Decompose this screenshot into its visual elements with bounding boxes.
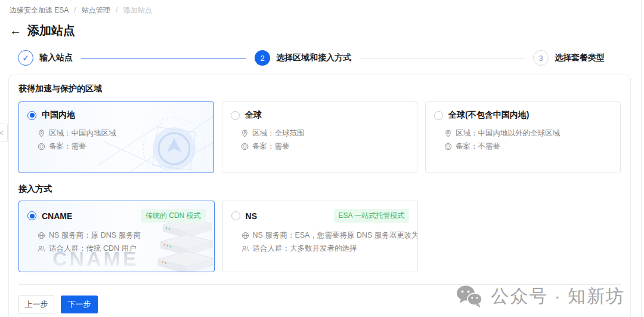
region-option-details: 区域：全球范围 备案：需要 [241, 127, 408, 153]
people-icon [242, 245, 249, 253]
region-option-title: 全球 [245, 110, 262, 121]
access-option-details: NS 服务商：原 DNS 服务商 适合人群：传统 CDN 用户 [38, 229, 206, 255]
ns-provider-detail: NS 服务商：ESA，您需要将原 DNS 服务器更改为 ESA [242, 229, 410, 242]
access-option-head: NS ESA 一站式托管模式 [231, 209, 410, 223]
region-detail: 区域：中国内地以外的全球区域 [444, 127, 612, 140]
location-pin-icon [444, 130, 452, 137]
step-2-label: 选择区域和接入方式 [276, 53, 351, 63]
step-2-select-region: 2 选择区域和接入方式 [255, 50, 351, 66]
access-option-title: CNAME [42, 211, 72, 221]
step-3-label: 选择套餐类型 [555, 53, 605, 63]
region-card-global[interactable]: 全球 区域：全球范围 备案：需要 [222, 101, 417, 173]
page-title: 添加站点 [27, 23, 75, 39]
region-section: 获得加速与保护的区域 [18, 84, 621, 173]
breadcrumb-item-add-site: 添加站点 [123, 6, 152, 14]
audience-detail: 适合人群：大多数开发者的选择 [242, 242, 410, 255]
region-option-details: 区域：中国内地以外的全球区域 备案：不需要 [444, 127, 612, 153]
step-1-check-icon: ✓ [18, 50, 33, 66]
step-3-select-plan: 3 选择套餐类型 [533, 50, 605, 66]
wechat-watermark: 公众号 · 知新坊 [455, 284, 625, 309]
access-option-title: NS [246, 211, 257, 221]
previous-step-button[interactable]: 上一步 [18, 296, 54, 313]
region-option-title: 全球(不包含中国内地) [448, 110, 529, 121]
add-site-page: 边缘安全加速 ESA / 站点管理 / 添加站点 ← 添加站点 ✓ 输入站点 2… [0, 0, 644, 317]
wechat-icon [455, 285, 484, 309]
region-card-china-mainland[interactable]: 中国内地 区域：中国内地区域 备案：需要 [18, 101, 214, 173]
access-card-row: CNAME [18, 201, 621, 272]
access-option-details: NS 服务商：ESA，您需要将原 DNS 服务器更改为 ESA 适合人群：大多数… [242, 229, 410, 255]
next-step-button[interactable]: 下一步 [61, 296, 98, 313]
access-section: 接入方式 CNAME [18, 184, 621, 272]
beian-detail: 备案：需要 [241, 140, 408, 153]
network-globe-icon [38, 232, 45, 239]
step-1-label: 输入站点 [39, 53, 73, 63]
back-arrow-icon[interactable]: ← [10, 24, 21, 36]
watermark-text: 公众号 · 知新坊 [491, 284, 625, 309]
region-option-head: 中国内地 [27, 110, 205, 121]
chevron-left-icon: < [0, 128, 4, 137]
location-pin-icon [241, 130, 249, 137]
region-option-title: 中国内地 [42, 110, 75, 121]
title-row: ← 添加站点 [10, 22, 634, 39]
radio-unselected-icon[interactable] [434, 111, 443, 120]
people-icon [38, 245, 45, 253]
cname-mode-badge: 传统的 CDN 模式 [141, 209, 206, 223]
step-3-number: 3 [533, 50, 549, 66]
region-detail: 区域：中国内地区域 [38, 127, 205, 140]
main-panel: 获得加速与保护的区域 [8, 75, 631, 317]
radio-unselected-icon[interactable] [231, 111, 240, 120]
network-globe-icon [242, 232, 249, 239]
beian-detail: 备案：需要 [38, 140, 205, 153]
radio-selected-icon[interactable] [27, 211, 36, 220]
access-card-cname[interactable]: CNAME [18, 201, 215, 272]
ns-mode-badge: ESA 一站式托管模式 [334, 209, 410, 223]
region-detail: 区域：全球范围 [241, 127, 408, 140]
region-option-head: 全球 [231, 110, 408, 121]
page-right-border [641, 0, 642, 317]
step-2-number: 2 [255, 50, 270, 66]
breadcrumb-item-esa[interactable]: 边缘安全加速 ESA [10, 6, 69, 14]
ns-provider-detail: NS 服务商：原 DNS 服务商 [38, 229, 206, 242]
region-card-global-excl-china[interactable]: 全球(不包含中国内地) 区域：中国内地以外的全球区域 备案：不需要 [425, 101, 621, 173]
region-option-details: 区域：中国内地区域 备案：需要 [38, 127, 205, 153]
record-shield-icon [38, 143, 45, 150]
step-connector-done [81, 58, 246, 59]
region-card-row: 中国内地 区域：中国内地区域 备案：需要 [18, 101, 621, 173]
access-card-ns[interactable]: NS ESA 一站式托管模式 NS 服务商：ESA，您需要将原 DNS 服务器更… [222, 201, 419, 272]
location-pin-icon [38, 130, 45, 137]
radio-unselected-icon[interactable] [231, 211, 240, 220]
record-shield-icon [241, 143, 249, 150]
step-connector-pending [360, 58, 525, 59]
breadcrumb-separator: / [74, 6, 76, 14]
panel-collapse-handle[interactable]: < [0, 124, 8, 142]
breadcrumb-item-site-management[interactable]: 站点管理 [82, 6, 110, 14]
step-1-input-site: ✓ 输入站点 [18, 50, 73, 66]
audience-detail: 适合人群：传统 CDN 用户 [38, 242, 206, 255]
breadcrumb-separator: / [116, 6, 117, 14]
radio-selected-icon[interactable] [27, 111, 36, 120]
step-indicator: ✓ 输入站点 2 选择区域和接入方式 3 选择套餐类型 [18, 50, 605, 66]
breadcrumb: 边缘安全加速 ESA / 站点管理 / 添加站点 [0, 0, 644, 14]
access-section-title: 接入方式 [18, 184, 621, 195]
region-section-title: 获得加速与保护的区域 [18, 84, 621, 94]
beian-detail: 备案：不需要 [444, 140, 612, 153]
access-option-head: CNAME 传统的 CDN 模式 [27, 209, 206, 223]
record-shield-icon [444, 143, 452, 150]
region-option-head: 全球(不包含中国内地) [434, 110, 612, 121]
